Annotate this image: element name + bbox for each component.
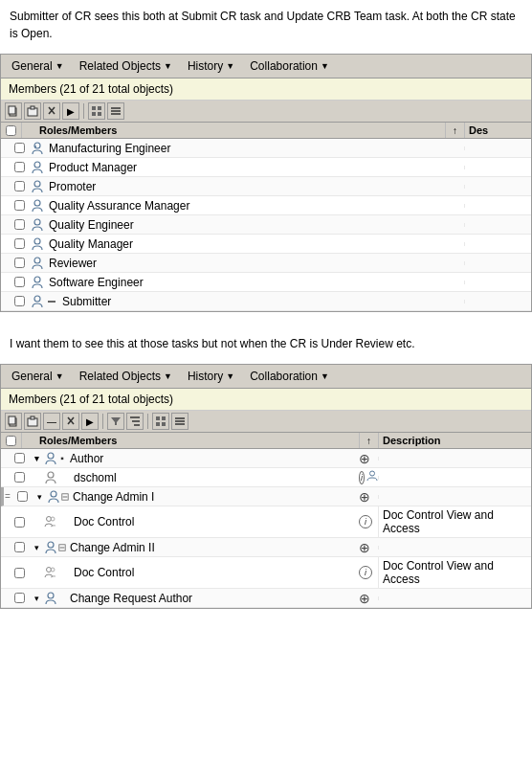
- table-row: Manufacturing Engineer: [1, 139, 531, 158]
- select-all-checkbox[interactable]: [6, 125, 16, 136]
- person-icon: [43, 471, 58, 484]
- row-desc: [464, 204, 531, 208]
- table-row: Quality Engineer: [1, 215, 531, 235]
- table-row: Submitter: [1, 292, 531, 311]
- row-label: Doc Control: [58, 566, 359, 579]
- row-desc: [464, 300, 531, 303]
- svg-point-19: [34, 238, 40, 244]
- nav-related-objects-1[interactable]: Related Objects ▼: [73, 56, 179, 76]
- row-checkbox[interactable]: [14, 200, 25, 211]
- row-checkbox[interactable]: [14, 453, 25, 463]
- person-icon: [43, 452, 58, 465]
- grid-btn[interactable]: [88, 102, 105, 120]
- row-checkbox[interactable]: [14, 542, 25, 552]
- row-checkbox[interactable]: [14, 181, 25, 191]
- svg-point-17: [34, 200, 40, 206]
- chevron-down-icon: ▼: [55, 371, 64, 381]
- table-row: = ▾ Change Admin I ⊕: [1, 487, 531, 506]
- add-icon: ⊕: [359, 591, 370, 606]
- row-label: Reviewer: [45, 255, 445, 272]
- nav-general-2[interactable]: General ▼: [5, 367, 71, 386]
- select-all-checkbox-2[interactable]: [6, 436, 16, 446]
- table-row: Software Engineer: [1, 273, 531, 292]
- table-row: Doc Control i Doc Control View and Acces…: [1, 506, 531, 538]
- list-btn[interactable]: [107, 102, 124, 120]
- row-checkbox[interactable]: [14, 472, 25, 483]
- expand-icon[interactable]: ▾: [33, 492, 46, 502]
- person-icon: [30, 142, 45, 155]
- svg-point-16: [34, 181, 40, 187]
- t-col-header: ↑: [445, 123, 464, 138]
- paste-btn-2[interactable]: [24, 413, 41, 430]
- nav-related-objects-2[interactable]: Related Objects ▼: [73, 367, 179, 386]
- nav-history-2[interactable]: History ▼: [181, 367, 241, 386]
- row-desc: [464, 146, 531, 150]
- svg-point-44: [51, 491, 56, 497]
- row-checkbox[interactable]: [14, 568, 25, 578]
- toolbar-2: — ▶: [1, 411, 531, 433]
- table-row: ▾ ▪ Author ⊕: [1, 449, 531, 468]
- grid-btn-2[interactable]: [152, 413, 169, 430]
- cut-btn-2[interactable]: [62, 413, 79, 430]
- person-icon: [30, 237, 45, 251]
- sep-2: [102, 414, 103, 429]
- row-checkbox[interactable]: [14, 593, 25, 603]
- expand-icon[interactable]: ▾: [30, 454, 43, 463]
- row-checkbox[interactable]: [14, 296, 25, 306]
- row-desc: [464, 166, 531, 169]
- next-btn[interactable]: ▶: [62, 102, 79, 120]
- group-icon: [43, 566, 58, 579]
- members-header-2: Members (21 of 21 total objects): [1, 389, 531, 411]
- row-checkbox[interactable]: [14, 258, 25, 268]
- copy-btn[interactable]: [5, 102, 22, 120]
- filter-btn[interactable]: [107, 413, 124, 430]
- svg-point-13: [34, 143, 40, 148]
- nav-collaboration-2[interactable]: Collaboration ▼: [243, 367, 336, 386]
- row-checkbox[interactable]: [14, 162, 25, 172]
- svg-point-54: [48, 593, 54, 598]
- row-checkbox[interactable]: [14, 238, 25, 249]
- sort-btn[interactable]: [126, 413, 144, 430]
- svg-marker-30: [111, 417, 121, 425]
- table-row: Promoter: [1, 177, 531, 196]
- row-checkbox[interactable]: [14, 517, 25, 528]
- row-label: Manufacturing Engineer: [45, 140, 445, 157]
- expand-icon[interactable]: ▾: [30, 594, 43, 603]
- row-label: Quality Manager: [45, 236, 445, 253]
- svg-rect-6: [92, 106, 96, 110]
- row-label: Promoter: [45, 178, 445, 195]
- chevron-down-icon: ▼: [164, 371, 172, 381]
- sep-3: [147, 414, 148, 429]
- list-btn-2[interactable]: [171, 413, 188, 430]
- svg-rect-1: [9, 106, 15, 114]
- row-checkbox[interactable]: [17, 491, 28, 502]
- row-label: dschoml: [58, 471, 359, 484]
- nav-general-1[interactable]: General ▼: [5, 56, 71, 76]
- cut-btn[interactable]: [43, 102, 60, 120]
- svg-point-20: [34, 258, 40, 263]
- minus-btn[interactable]: —: [43, 413, 60, 430]
- row-checkbox[interactable]: [14, 219, 25, 230]
- nav-collaboration-1[interactable]: Collaboration ▼: [243, 56, 336, 76]
- row-checkbox[interactable]: [14, 143, 25, 153]
- person-icon: [46, 490, 61, 504]
- person-icon: [30, 295, 45, 308]
- info-icon: i: [359, 515, 372, 528]
- minus-icon: [45, 297, 58, 306]
- row-desc: [464, 281, 531, 284]
- row-desc: [464, 223, 531, 227]
- nav-history-1[interactable]: History ▼: [181, 56, 241, 76]
- paste-btn[interactable]: [24, 102, 41, 120]
- members-header-1: Members (21 of 21 total objects): [1, 79, 531, 101]
- expand-icon[interactable]: ▾: [30, 543, 43, 552]
- check-col-header: [1, 123, 22, 138]
- row-desc: [378, 596, 531, 600]
- row-checkbox[interactable]: [14, 277, 25, 287]
- row-desc: [378, 476, 531, 480]
- desc-col-header-2: Description: [378, 433, 531, 448]
- intro-section: Submitter of CR sees this both at Submit…: [0, 0, 532, 54]
- copy-btn-2[interactable]: [5, 413, 22, 430]
- table-row: Reviewer: [1, 254, 531, 273]
- add-icon: ⊕: [359, 451, 370, 466]
- next-btn-2[interactable]: ▶: [81, 413, 99, 430]
